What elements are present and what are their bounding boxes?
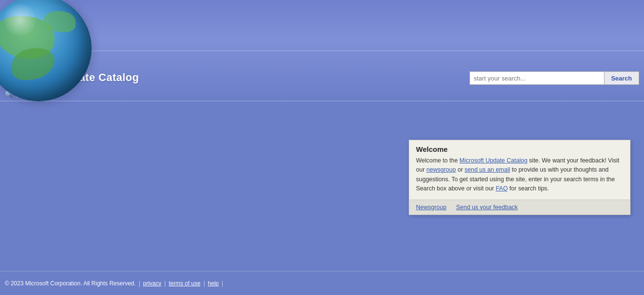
globe-land <box>44 11 76 32</box>
terms-link[interactable]: terms of use <box>169 280 201 287</box>
search-area: Search <box>470 71 639 85</box>
footer-sep-3: | <box>203 280 205 287</box>
newsgroup-link[interactable]: Newsgroup <box>416 204 446 211</box>
welcome-footer: Newsgroup Send us your feedback <box>409 200 630 215</box>
welcome-box: Welcome Welcome to the Microsoft Update … <box>409 140 631 215</box>
faq-link[interactable]: FAQ <box>496 185 508 192</box>
welcome-body: Welcome to the Microsoft Update Catalog … <box>409 156 630 200</box>
privacy-link[interactable]: privacy <box>143 280 161 287</box>
globe-icon <box>0 0 92 101</box>
footer-sep-2: | <box>164 280 166 287</box>
footer-help-link[interactable]: help <box>208 280 219 287</box>
globe-shine <box>1 4 39 36</box>
footer: © 2023 Microsoft Corporation. All Rights… <box>0 271 644 295</box>
email-link[interactable]: send us an email <box>465 166 510 173</box>
search-button[interactable]: Search <box>604 71 639 85</box>
footer-sep-4: | <box>222 280 223 287</box>
newsgroup-body-link[interactable]: newsgroup <box>427 166 456 173</box>
search-input[interactable] <box>470 71 604 85</box>
welcome-title: Welcome <box>409 140 630 156</box>
globe-container <box>0 0 101 121</box>
main-content: Welcome Welcome to the Microsoft Update … <box>0 101 644 271</box>
copyright-text: © 2023 Microsoft Corporation. All Rights… <box>5 280 136 287</box>
microsoft-update-link[interactable]: Microsoft Update Catalog <box>459 157 527 164</box>
feedback-link[interactable]: Send us your feedback <box>456 204 518 211</box>
footer-sep-1: | <box>139 280 140 287</box>
